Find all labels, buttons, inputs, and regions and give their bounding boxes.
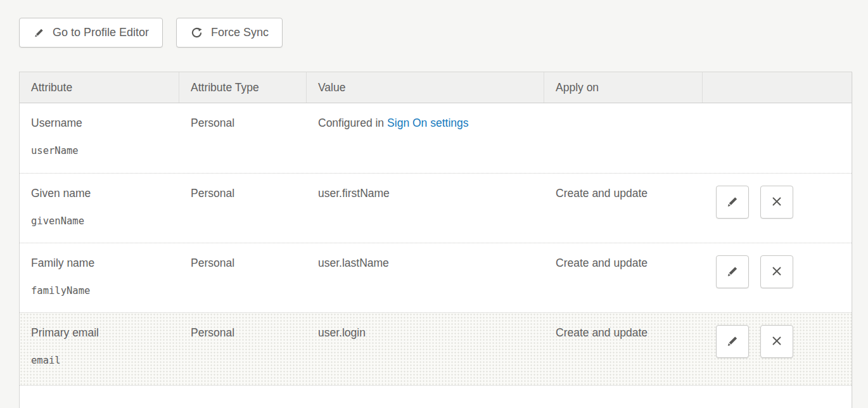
attribute-mappings-screen: Go to Profile Editor Force Sync Attribut… — [0, 0, 868, 408]
attribute-variable-name: email — [31, 355, 168, 367]
attribute-type-cell: Personal — [179, 174, 307, 243]
attribute-type-cell: Personal — [179, 313, 307, 385]
value-cell: user.lastName — [307, 243, 544, 312]
pencil-icon — [725, 334, 739, 350]
edit-attribute-button[interactable] — [716, 255, 749, 288]
column-header-value: Value — [307, 72, 544, 103]
x-icon — [770, 264, 784, 280]
table-header-row: Attribute Attribute Type Value Apply on — [20, 72, 852, 103]
pencil-icon — [725, 264, 739, 280]
attribute-variable-name: givenName — [31, 215, 168, 227]
attribute-cell: Username userName — [20, 103, 179, 173]
apply-on-cell: Create and update — [544, 313, 703, 385]
x-icon — [770, 194, 784, 210]
go-to-profile-editor-label: Go to Profile Editor — [53, 26, 149, 39]
go-to-profile-editor-button[interactable]: Go to Profile Editor — [19, 18, 163, 48]
delete-attribute-button[interactable] — [760, 255, 793, 288]
table-row: Primary email email Personal user.login … — [20, 312, 852, 385]
column-header-attribute: Attribute — [20, 72, 179, 103]
actions-cell — [703, 174, 852, 243]
attribute-mappings-table: Attribute Attribute Type Value Apply on … — [19, 72, 852, 408]
toolbar: Go to Profile Editor Force Sync — [19, 18, 283, 48]
column-header-actions — [703, 72, 852, 103]
actions-cell — [703, 243, 852, 312]
x-icon — [770, 334, 784, 350]
edit-attribute-button[interactable] — [716, 325, 749, 358]
attribute-label: Given name — [31, 187, 168, 200]
delete-attribute-button[interactable] — [760, 325, 793, 358]
table-row-partial — [20, 385, 852, 408]
apply-on-cell: Create and update — [544, 243, 703, 312]
pencil-icon — [725, 194, 739, 210]
value-cell: Configured inSign On settings — [307, 103, 544, 173]
force-sync-label: Force Sync — [211, 26, 269, 39]
table-row: Username userName Personal Configured in… — [20, 103, 852, 173]
column-header-apply-on: Apply on — [544, 72, 703, 103]
attribute-cell: Primary email email — [20, 313, 179, 385]
apply-on-cell: Create and update — [544, 174, 703, 243]
attribute-label: Username — [31, 117, 168, 130]
attribute-cell: Given name givenName — [20, 174, 179, 243]
attribute-label: Family name — [31, 257, 168, 270]
value-prefix-text: Configured in — [318, 117, 384, 129]
attribute-label: Primary email — [31, 326, 168, 340]
refresh-icon — [190, 26, 203, 39]
attribute-variable-name: userName — [31, 145, 168, 157]
force-sync-button[interactable]: Force Sync — [176, 18, 283, 48]
attribute-type-cell: Personal — [179, 103, 307, 173]
column-header-attribute-type: Attribute Type — [179, 72, 307, 103]
attribute-variable-name: familyName — [31, 285, 168, 297]
attribute-type-cell: Personal — [179, 243, 307, 312]
apply-on-cell — [544, 103, 703, 173]
table-row: Family name familyName Personal user.las… — [20, 243, 852, 312]
actions-cell — [703, 313, 852, 385]
pencil-icon — [33, 27, 45, 39]
table-row: Given name givenName Personal user.first… — [20, 173, 852, 243]
value-cell: user.login — [307, 313, 544, 385]
edit-attribute-button[interactable] — [716, 186, 749, 219]
sign-on-settings-link[interactable]: Sign On settings — [387, 117, 468, 129]
value-cell: user.firstName — [307, 174, 544, 243]
delete-attribute-button[interactable] — [760, 186, 793, 219]
attribute-cell: Family name familyName — [20, 243, 179, 312]
actions-cell — [703, 103, 852, 173]
